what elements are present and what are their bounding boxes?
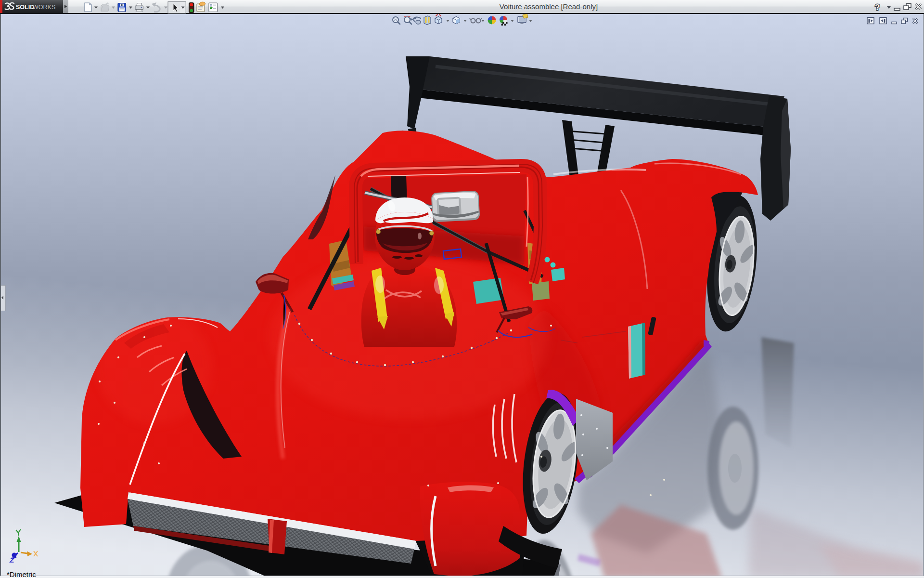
svg-text:WORKS: WORKS xyxy=(33,4,55,11)
svg-text:?: ? xyxy=(875,3,880,12)
svg-text:SOLID: SOLID xyxy=(16,4,34,11)
